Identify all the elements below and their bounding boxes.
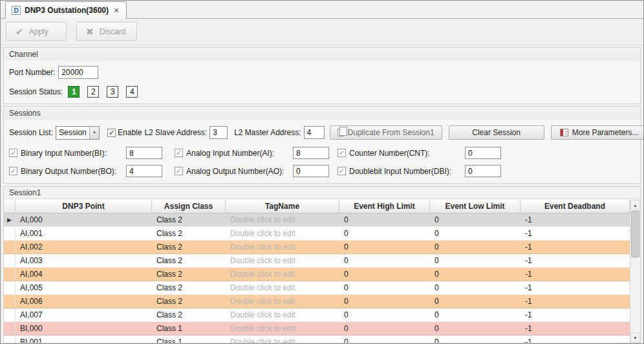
cell-assign-class[interactable]: Class 2 xyxy=(152,241,226,253)
cell-event-low-limit[interactable]: 0 xyxy=(430,308,521,321)
cell-dnp3-point[interactable]: AI,003 xyxy=(16,254,152,267)
port-number-input[interactable] xyxy=(58,66,98,79)
cell-dnp3-point[interactable]: AI,007 xyxy=(16,308,152,321)
cell-event-deadband[interactable]: -1 xyxy=(521,254,630,267)
cell-dnp3-point[interactable]: BI,001 xyxy=(16,336,152,343)
counter-checkbox[interactable]: ✓ xyxy=(338,149,346,157)
session-status-4[interactable]: 4 xyxy=(126,86,138,98)
cell-dnp3-point[interactable]: AI,006 xyxy=(16,295,152,308)
cell-dnp3-point[interactable]: AI,002 xyxy=(16,241,152,253)
counter-checkbox[interactable]: ✓ xyxy=(175,149,183,157)
cell-assign-class[interactable]: Class 1 xyxy=(152,336,226,343)
cell-event-low-limit[interactable]: 0 xyxy=(430,213,521,226)
more-parameters-button[interactable]: More Parameters... xyxy=(551,125,644,140)
cell-tagname[interactable]: Double click to edit xyxy=(226,227,339,240)
cell-assign-class[interactable]: Class 2 xyxy=(152,227,226,240)
counter-checkbox[interactable]: ✓ xyxy=(338,167,346,175)
cell-event-deadband[interactable]: -1 xyxy=(521,213,630,226)
duplicate-from-session-button[interactable]: Duplicate From Session1 xyxy=(330,125,442,140)
cell-event-deadband[interactable]: -1 xyxy=(521,241,630,253)
cell-assign-class[interactable]: Class 2 xyxy=(152,213,226,226)
cell-event-low-limit[interactable]: 0 xyxy=(430,336,521,343)
table-row[interactable]: AI,002Class 2Double click to edit00-1 xyxy=(4,241,630,254)
counter-input[interactable] xyxy=(126,147,162,159)
cell-event-low-limit[interactable]: 0 xyxy=(430,322,521,335)
tab-close-icon[interactable]: × xyxy=(113,6,120,15)
cell-event-high-limit[interactable]: 0 xyxy=(339,308,430,321)
table-row[interactable]: AI,001Class 2Double click to edit00-1 xyxy=(4,227,630,241)
cell-event-high-limit[interactable]: 0 xyxy=(339,227,430,240)
cell-event-deadband[interactable]: -1 xyxy=(521,281,630,294)
cell-assign-class[interactable]: Class 2 xyxy=(152,295,226,308)
counter-checkbox[interactable]: ✓ xyxy=(9,167,17,175)
column-header-event-low-limit[interactable]: Event Low Limit xyxy=(430,200,521,213)
cell-assign-class[interactable]: Class 2 xyxy=(152,308,226,321)
counter-input[interactable] xyxy=(126,165,162,177)
apply-button[interactable]: ✔ Apply xyxy=(6,22,67,41)
column-header-assign-class[interactable]: Assign Class xyxy=(152,200,226,213)
cell-dnp3-point[interactable]: AI,005 xyxy=(16,281,152,294)
cell-event-low-limit[interactable]: 0 xyxy=(430,268,521,281)
cell-assign-class[interactable]: Class 1 xyxy=(152,322,226,335)
table-row[interactable]: AI,006Class 2Double click to edit00-1 xyxy=(4,295,630,308)
cell-event-low-limit[interactable]: 0 xyxy=(430,241,521,253)
cell-tagname[interactable]: Double click to edit xyxy=(226,295,339,308)
column-header-dnp3-point[interactable]: DNP3 Point xyxy=(16,200,152,213)
discard-button[interactable]: ✖ Discard xyxy=(76,22,137,41)
cell-event-low-limit[interactable]: 0 xyxy=(430,227,521,240)
cell-event-low-limit[interactable]: 0 xyxy=(430,281,521,294)
scroll-up-icon[interactable]: ▲ xyxy=(630,200,640,210)
cell-event-deadband[interactable]: -1 xyxy=(521,268,630,281)
table-row[interactable]: AI,004Class 2Double click to edit00-1 xyxy=(4,268,630,281)
cell-event-high-limit[interactable]: 0 xyxy=(339,295,430,308)
enable-checkbox[interactable]: ✓ xyxy=(107,129,116,137)
cell-assign-class[interactable]: Class 2 xyxy=(152,281,226,294)
counter-checkbox[interactable]: ✓ xyxy=(9,149,17,157)
session-list-dropdown[interactable]: Session 1 ▼ xyxy=(56,126,100,140)
counter-input[interactable] xyxy=(293,147,329,159)
cell-event-high-limit[interactable]: 0 xyxy=(339,281,430,294)
counter-checkbox[interactable]: ✓ xyxy=(175,167,183,175)
column-header-tagname[interactable]: TagName xyxy=(226,200,339,213)
cell-event-high-limit[interactable]: 0 xyxy=(339,254,430,267)
cell-dnp3-point[interactable]: BI,000 xyxy=(16,322,152,335)
l2-slave-address-input[interactable] xyxy=(209,126,228,139)
table-row[interactable]: AI,005Class 2Double click to edit00-1 xyxy=(4,281,630,295)
cell-tagname[interactable]: Double click to edit xyxy=(226,308,339,321)
cell-event-high-limit[interactable]: 0 xyxy=(339,241,430,253)
cell-event-low-limit[interactable]: 0 xyxy=(430,295,521,308)
cell-event-deadband[interactable]: -1 xyxy=(521,227,630,240)
tab-dnp3-outstation[interactable]: D DNP3 Outstation(3600) × xyxy=(5,1,127,19)
cell-assign-class[interactable]: Class 2 xyxy=(152,254,226,267)
cell-assign-class[interactable]: Class 2 xyxy=(152,268,226,281)
cell-event-deadband[interactable]: -1 xyxy=(521,295,630,308)
scrollbar-thumb[interactable] xyxy=(631,211,639,257)
counter-input[interactable] xyxy=(465,165,501,177)
cell-tagname[interactable]: Double click to edit xyxy=(226,213,339,226)
counter-input[interactable] xyxy=(465,147,501,159)
table-row[interactable]: AI,003Class 2Double click to edit00-1 xyxy=(4,254,630,268)
cell-event-high-limit[interactable]: 0 xyxy=(339,336,430,343)
clear-session-button[interactable]: Clear Session xyxy=(449,125,544,140)
cell-event-high-limit[interactable]: 0 xyxy=(339,268,430,281)
table-row[interactable]: BI,001Class 1Double click to edit00-1 xyxy=(4,336,630,343)
cell-tagname[interactable]: Double click to edit xyxy=(226,336,339,343)
cell-tagname[interactable]: Double click to edit xyxy=(226,322,339,335)
session-status-1[interactable]: 1 xyxy=(68,86,80,98)
table-row[interactable]: ▶AI,000Class 2Double click to edit00-1 xyxy=(4,213,630,227)
scroll-down-icon[interactable]: ▼ xyxy=(630,332,640,343)
cell-event-high-limit[interactable]: 0 xyxy=(339,322,430,335)
cell-dnp3-point[interactable]: AI,000 xyxy=(16,213,152,226)
cell-dnp3-point[interactable]: AI,001 xyxy=(16,227,152,240)
cell-event-deadband[interactable]: -1 xyxy=(521,322,630,335)
table-row[interactable]: BI,000Class 1Double click to edit00-1 xyxy=(4,322,630,336)
cell-event-deadband[interactable]: -1 xyxy=(521,336,630,343)
session-status-2[interactable]: 2 xyxy=(87,86,99,98)
cell-event-high-limit[interactable]: 0 xyxy=(339,213,430,226)
cell-dnp3-point[interactable]: AI,004 xyxy=(16,268,152,281)
table-row[interactable]: AI,007Class 2Double click to edit00-1 xyxy=(4,308,630,322)
cell-event-deadband[interactable]: -1 xyxy=(521,308,630,321)
l2-master-address-input[interactable] xyxy=(304,126,325,139)
cell-tagname[interactable]: Double click to edit xyxy=(226,254,339,267)
cell-event-low-limit[interactable]: 0 xyxy=(430,254,521,267)
